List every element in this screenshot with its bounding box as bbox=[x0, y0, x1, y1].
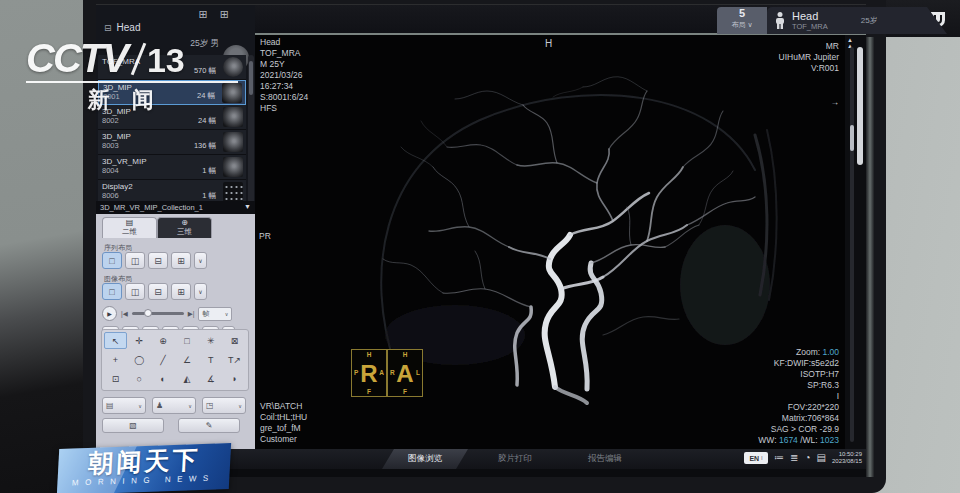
series-count: 136 幅 bbox=[194, 141, 216, 151]
magnifier-tool-button[interactable]: ○ bbox=[128, 370, 151, 387]
cine-speed-select[interactable]: 帧 ∨ bbox=[198, 307, 232, 321]
magnify-box-tool-button[interactable]: ⊡ bbox=[104, 370, 127, 387]
series-layout-grid-button[interactable]: ⊞ bbox=[171, 252, 191, 269]
layout-label: 布局 bbox=[731, 21, 745, 28]
series-name: 3D_VR_MIP bbox=[102, 157, 242, 166]
slice-scrollbar[interactable] bbox=[850, 47, 854, 442]
series-thumbnail-montage[interactable] bbox=[223, 182, 243, 202]
caret-down-icon[interactable]: ▼ bbox=[244, 203, 251, 210]
patient-group-label: Head bbox=[117, 22, 141, 33]
dicom-info-bottom-right: Zoom: 1.00 KF:DWIF:s5e2d2 ISOTP:H7 SP:R6… bbox=[758, 347, 839, 446]
chevron-down-icon: ∨ bbox=[138, 403, 142, 409]
rotate-angle-tool-button[interactable]: ∡ bbox=[199, 370, 222, 387]
series-thumbnail[interactable] bbox=[223, 157, 243, 177]
export-icon: ♟ bbox=[156, 401, 163, 410]
skip-start-icon[interactable]: |◀ bbox=[121, 310, 128, 321]
taskbar-tab-film-print[interactable]: 胶片打印 bbox=[472, 449, 558, 469]
orientation-cube-r: H P R A F bbox=[351, 349, 387, 397]
pan-tool-button[interactable]: ✛ bbox=[128, 332, 151, 349]
series-thumbnail[interactable] bbox=[223, 132, 243, 152]
ww-label: WW: bbox=[758, 435, 776, 445]
tab-2d-label: 二维 bbox=[122, 227, 137, 237]
send-combo-button[interactable]: ◳∨ bbox=[202, 397, 246, 414]
study-tab-series: TOF_MRA bbox=[792, 22, 828, 31]
series-layout-1x2-button[interactable]: ◫ bbox=[125, 252, 145, 269]
collection-label: 3D_MR_VR_MIP_Collection_1 bbox=[100, 203, 203, 212]
image-viewport[interactable]: Head TOF_MRA M 25Y 2021/03/26 16:27:34 S… bbox=[255, 35, 845, 449]
system-tray: EN⁞ ≔ ≣ ◔ ▤ 10:50:29 2023/08/15 bbox=[744, 451, 862, 465]
cctv-watermark: CCTV 13 新闻 bbox=[26, 38, 266, 115]
tab-3d[interactable]: ⊕ 三维 bbox=[157, 217, 212, 238]
invert-tool-button[interactable]: ◐ bbox=[152, 370, 175, 387]
skip-end-icon[interactable]: ▶| bbox=[188, 310, 195, 321]
crosshair-tool-button[interactable]: + bbox=[104, 351, 127, 368]
cursor-tool-button[interactable]: ↖ bbox=[104, 332, 127, 349]
rotate-tool-button[interactable]: ◗ bbox=[223, 370, 246, 387]
zoom-label: Zoom: bbox=[796, 347, 820, 357]
study-tab[interactable]: Head TOF_MRA 25岁 bbox=[767, 7, 947, 34]
line-tool-button[interactable]: ╱ bbox=[152, 351, 175, 368]
tab-2d[interactable]: ▤ 二维 bbox=[102, 217, 157, 238]
save-icon: ▤ bbox=[106, 401, 114, 410]
text-tool-button[interactable]: T bbox=[199, 351, 222, 368]
roi-tool-button[interactable]: □ bbox=[176, 332, 199, 349]
language-indicator[interactable]: EN⁞ bbox=[744, 452, 768, 464]
taskbar-tab-image-browse[interactable]: 图像浏览 bbox=[382, 449, 468, 469]
image-layout-more-dropdown[interactable]: ∨ bbox=[194, 283, 207, 300]
edit-button[interactable]: ✎ bbox=[178, 418, 240, 433]
send-icon: ◳ bbox=[206, 401, 214, 410]
series-count: 1 幅 bbox=[202, 166, 216, 176]
arrow-text-tool-button[interactable]: T↗ bbox=[223, 351, 246, 368]
image-layout-1x1-button[interactable]: □ bbox=[102, 283, 122, 300]
series-layout-more-dropdown[interactable]: ∨ bbox=[194, 252, 207, 269]
screen-edge-glare bbox=[866, 37, 874, 477]
dicom-info-bottom-left: VR\BATCH Coil:tHL;tHU gre_tof_fM Custome… bbox=[260, 401, 307, 445]
taskbar-tab-report-edit[interactable]: 报告编辑 bbox=[562, 449, 648, 469]
patient-group-row[interactable]: ⊟Head bbox=[104, 22, 140, 33]
tray-case-icon[interactable]: ▤ bbox=[817, 453, 826, 463]
zoom-tool-button[interactable]: ⊕ bbox=[152, 332, 175, 349]
series-item[interactable]: 3D_VR_MIP 8004 1 幅 bbox=[98, 155, 246, 180]
cctv-channel-number: 13 bbox=[147, 42, 185, 78]
cine-slider-knob[interactable] bbox=[144, 309, 152, 317]
flip-horizontal-tool-button[interactable]: ◭ bbox=[176, 370, 199, 387]
image-layout-1x2-button[interactable]: ◫ bbox=[125, 283, 145, 300]
angle-tool-button[interactable]: ∠ bbox=[176, 351, 199, 368]
collection-row[interactable]: 3D_MR_VR_MIP_Collection_1 ▼ bbox=[96, 201, 255, 214]
viewport-scroll-area: ▲ ▲ bbox=[845, 35, 866, 449]
program-logo: 朝闻天下 MORNING NEWS bbox=[57, 443, 231, 493]
series-layout-2x1-button[interactable]: ⊟ bbox=[148, 252, 168, 269]
secondary-scrollbar[interactable] bbox=[857, 47, 863, 165]
orientation-cubes: H P R A F H R A L F bbox=[351, 349, 423, 397]
collapse-icon[interactable]: ⊟ bbox=[104, 23, 112, 33]
export-combo-button[interactable]: ♟∨ bbox=[152, 397, 196, 414]
delete-tool-button[interactable]: ⊠ bbox=[223, 332, 246, 349]
layers-icon: ▤ bbox=[126, 219, 134, 227]
ellipse-tool-button[interactable]: ◯ bbox=[128, 351, 151, 368]
chevron-down-icon: ∨ bbox=[747, 21, 752, 28]
orientation-marker-top: H bbox=[545, 38, 552, 49]
screenshot-button[interactable]: ▧ bbox=[102, 418, 164, 433]
study-tab-age: 25岁 bbox=[861, 15, 878, 26]
tray-branch-icon[interactable]: ≔ bbox=[774, 453, 784, 463]
annotation-tool-grid: ↖ ✛ ⊕ □ ✳ ⊠ + ◯ ╱ ∠ T T↗ ⊡ ○ ◐ ◭ ∡ bbox=[101, 329, 249, 391]
chevron-down-icon: ∨ bbox=[238, 403, 242, 409]
cine-slider[interactable] bbox=[132, 312, 184, 315]
view-grid-icon-1[interactable]: ⊞ bbox=[199, 8, 220, 20]
chevron-down-icon: ∨ bbox=[225, 311, 229, 317]
tray-power-icon[interactable]: ◔ bbox=[804, 453, 810, 463]
image-layout-grid-button[interactable]: ⊞ bbox=[171, 283, 191, 300]
layout-dropdown-tab[interactable]: 5 布局 ∨ bbox=[717, 7, 767, 34]
save-combo-button[interactable]: ▤∨ bbox=[102, 397, 146, 414]
view-grid-icon-2[interactable]: ⊞ bbox=[220, 8, 241, 20]
series-layout-1x1-button[interactable]: □ bbox=[102, 252, 122, 269]
slice-scrollbar-thumb[interactable] bbox=[850, 125, 854, 151]
cctv-logo-text: CCTV bbox=[26, 38, 127, 78]
image-layout-2x1-button[interactable]: ⊟ bbox=[148, 283, 168, 300]
cine-play-button[interactable]: ▶ bbox=[102, 306, 117, 321]
clock-date: 2023/08/15 bbox=[832, 458, 862, 465]
cctv-logo-divider bbox=[26, 81, 238, 83]
brightness-tool-button[interactable]: ✳ bbox=[199, 332, 222, 349]
tray-list-icon[interactable]: ≣ bbox=[790, 453, 798, 463]
series-item[interactable]: 3D_MIP 8003 136 幅 bbox=[98, 130, 246, 155]
